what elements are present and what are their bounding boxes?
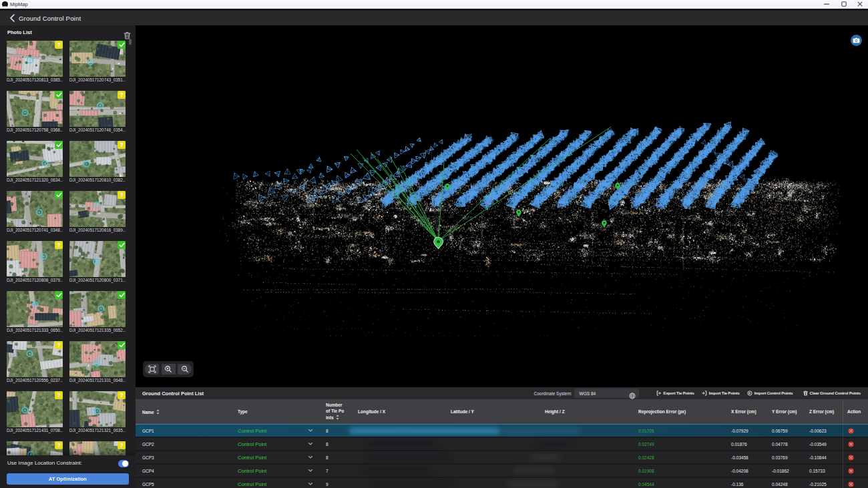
- column-header-tiepoints-l3[interactable]: ints: [326, 415, 339, 420]
- photo-status-unknown-icon: ?: [118, 91, 126, 99]
- photo-item[interactable]: ?DJI_20240517120813_0385...: [7, 41, 63, 83]
- app-window: MipMap Ground Control Point Photo List ?…: [0, 0, 868, 488]
- close-button[interactable]: [852, 0, 868, 8]
- column-header-z-error: Z Error (cm): [809, 409, 834, 414]
- type-dropdown-chevron-icon[interactable]: [308, 455, 313, 459]
- gcp-x-error: -0.07929: [731, 425, 748, 437]
- coordinate-system-value: WGS 84: [580, 389, 596, 398]
- point-cloud-canvas[interactable]: [136, 25, 868, 387]
- sort-icon: [336, 415, 339, 420]
- gcp-row-gcp5[interactable]: GCP5Control Point90.04544-0.1360.04248-0…: [136, 478, 868, 488]
- type-dropdown-chevron-icon[interactable]: [308, 442, 313, 446]
- type-dropdown-chevron-icon[interactable]: [308, 482, 313, 486]
- photo-item[interactable]: DJI_20240517120800_0371...: [69, 241, 126, 284]
- photo-thumbnail[interactable]: ?: [7, 41, 63, 77]
- photo-item[interactable]: ?DJI_20240517121431_0708...: [7, 391, 63, 434]
- chevron-down-icon: [308, 429, 313, 433]
- gcp-y-error: 0.06759: [772, 425, 788, 437]
- photo-item[interactable]: DJI_20240517120758_0368...: [7, 91, 63, 134]
- gcp-row-gcp4[interactable]: GCP4Control Point70.01908-0.04208-0.0186…: [136, 465, 868, 477]
- zoom-fit-button[interactable]: [145, 364, 159, 375]
- gcp-type-select[interactable]: Control Point: [238, 438, 266, 450]
- at-optimization-button[interactable]: AT Optimization: [7, 473, 129, 485]
- zoom-out-button[interactable]: [178, 364, 192, 375]
- type-dropdown-chevron-icon[interactable]: [308, 469, 313, 473]
- type-dropdown-chevron-icon[interactable]: [308, 429, 313, 433]
- redacted-coordinate-blur: [369, 455, 449, 460]
- gcp-row-gcp3[interactable]: GCP3Control Point80.02428-0.034580.03769…: [136, 451, 868, 463]
- photo-status-ok-icon: [118, 241, 126, 249]
- gcp-type-select[interactable]: Control Point: [238, 451, 266, 463]
- photo-thumbnail[interactable]: [7, 191, 63, 227]
- photo-thumbnail[interactable]: ?: [69, 91, 126, 127]
- photo-item[interactable]: DJI_20240517121320_0634...: [7, 141, 63, 184]
- gcp-reprojection-error: 0.01705: [638, 425, 654, 437]
- photo-item[interactable]: ?DJI_20240517120746_0354...: [69, 91, 126, 134]
- column-header-tiepoints-l1[interactable]: Number: [326, 403, 343, 407]
- delete-gcp-button[interactable]: [848, 441, 854, 447]
- column-header-name[interactable]: Name: [142, 409, 160, 415]
- column-header-tiepoints-l2[interactable]: of Tie Po: [326, 409, 344, 413]
- photo-item[interactable]: ?DJI_20240517121321_0635...: [69, 391, 126, 434]
- import-tie-points-button[interactable]: Import Tie Points: [702, 391, 740, 396]
- photo-item[interactable]: ?DJI_20240517120556_0237...: [7, 341, 63, 384]
- photo-item[interactable]: DJI_20240517120741_0348...: [7, 191, 63, 234]
- import-control-points-button[interactable]: Import Control Points: [747, 391, 793, 396]
- delete-gcp-button[interactable]: [848, 428, 854, 434]
- photo-item[interactable]: ?DJI_20240517120810_0382...: [69, 141, 126, 184]
- minimize-button[interactable]: [819, 0, 835, 8]
- photo-thumbnail[interactable]: [69, 41, 126, 77]
- export-tie-points-button[interactable]: Export Tie Points: [656, 391, 694, 396]
- redacted-coordinate-blur: [508, 481, 559, 487]
- close-icon: [857, 1, 863, 7]
- photo-thumbnail[interactable]: ?: [69, 141, 126, 177]
- photo-list-scrollbar[interactable]: [129, 39, 132, 45]
- zoom-in-button[interactable]: [162, 364, 176, 375]
- delete-gcp-button[interactable]: [848, 455, 854, 461]
- delete-gcp-button[interactable]: [848, 481, 854, 487]
- photo-filename: DJI_20240517121335_0652...: [69, 328, 126, 334]
- chevron-down-icon: [308, 455, 313, 459]
- photo-thumbnail[interactable]: [7, 91, 63, 127]
- photo-item[interactable]: DJI_20240517120743_0351...: [69, 41, 126, 83]
- maximize-button[interactable]: [836, 0, 852, 8]
- gcp-type-select[interactable]: Control Point: [238, 425, 266, 437]
- gcp-type-select[interactable]: Control Point: [238, 478, 266, 488]
- import-icon: [702, 391, 707, 396]
- screenshot-button[interactable]: [851, 35, 862, 46]
- photo-thumbnail[interactable]: ?: [7, 241, 63, 277]
- photo-thumbnail[interactable]: [7, 141, 63, 177]
- photo-thumbnail[interactable]: [7, 291, 63, 327]
- photo-thumbnail[interactable]: ?: [69, 391, 126, 427]
- photo-item[interactable]: DJI_20240517121335_0652...: [69, 291, 126, 334]
- photo-thumbnail[interactable]: [69, 291, 126, 327]
- photo-thumbnail[interactable]: [69, 341, 126, 377]
- photo-status-ok-icon: [55, 291, 63, 299]
- photo-item[interactable]: ?DJI_20240517120816_0389...: [69, 191, 126, 234]
- chevron-down-icon: [308, 482, 313, 486]
- gcp-type-select[interactable]: Control Point: [238, 465, 266, 477]
- delete-gcp-button[interactable]: [848, 468, 854, 474]
- app-logo-icon: [2, 1, 8, 7]
- redacted-coordinate-blur: [536, 442, 571, 447]
- photo-thumbnail[interactable]: [69, 241, 126, 277]
- coordinate-system-select[interactable]: WGS 84: [574, 389, 639, 398]
- photo-item[interactable]: DJI_20240517121333_0650...: [7, 291, 63, 334]
- clear-gcp-button[interactable]: Clear Ground Control Points: [803, 391, 861, 396]
- use-image-location-toggle[interactable]: [118, 460, 129, 467]
- photo-thumbnail[interactable]: ?: [7, 391, 63, 427]
- photo-thumbnail[interactable]: ?: [69, 191, 126, 227]
- photo-item[interactable]: DJI_20240517121331_0648...: [69, 341, 126, 384]
- gcp-row-gcp1[interactable]: GCP1Control Point80.01705-0.079290.06759…: [136, 424, 868, 437]
- back-button[interactable]: [7, 13, 17, 23]
- gcp-panel-header: Ground Control Point List Coordinate Sys…: [136, 387, 868, 399]
- photo-thumbnail[interactable]: ?: [7, 341, 63, 377]
- gcp-row-gcp2[interactable]: GCP2Control Point80.027490.018760.04778-…: [136, 438, 868, 450]
- photo-filename: DJI_20240517120743_0351...: [69, 77, 126, 83]
- back-chevron-icon: [9, 14, 15, 22]
- gcp-z-error: -0.21025: [809, 478, 827, 488]
- gcp-name: GCP2: [142, 438, 154, 450]
- chevron-down-icon: [308, 469, 313, 473]
- photo-item[interactable]: ?DJI_20240517120808_0379...: [7, 241, 63, 284]
- export-tie-points-label: Export Tie Points: [664, 391, 694, 395]
